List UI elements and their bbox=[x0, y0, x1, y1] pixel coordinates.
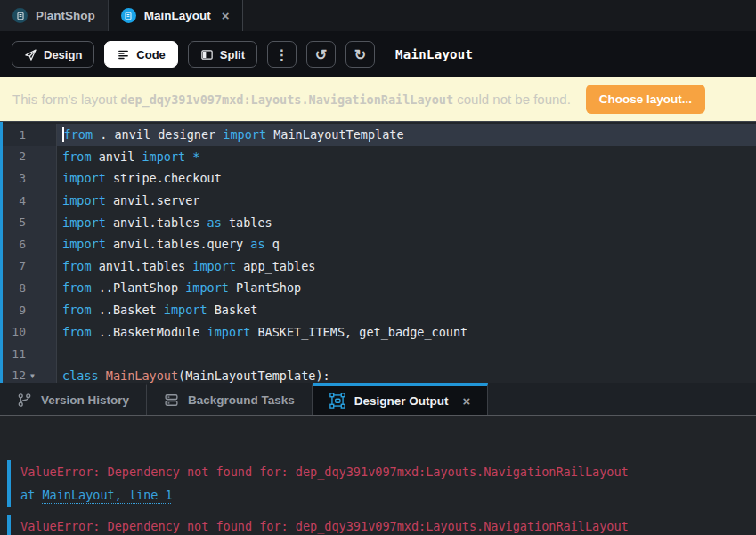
line-number[interactable]: 6 bbox=[0, 233, 57, 255]
line-number[interactable]: 4 bbox=[0, 190, 57, 212]
line-number-text: 8 bbox=[19, 281, 26, 295]
line-number-text: 5 bbox=[19, 215, 26, 229]
code-line-text[interactable] bbox=[57, 343, 756, 365]
designer-output-panel: ValueError: Dependency not found for: de… bbox=[0, 416, 756, 535]
tab-version-history[interactable]: Version History bbox=[0, 383, 147, 415]
line-number[interactable]: 1 bbox=[0, 124, 57, 146]
line-number[interactable]: 12▼ bbox=[0, 365, 57, 383]
code-line-text[interactable]: from ..BasketModule import BASKET_ITEMS,… bbox=[57, 320, 756, 343]
line-number-text: 11 bbox=[12, 347, 26, 361]
current-form-name: MainLayout bbox=[395, 47, 473, 61]
code-token: from bbox=[62, 259, 92, 273]
code-line[interactable]: 1from ._anvil_designer import MainLayout… bbox=[0, 124, 756, 146]
code-line[interactable]: 8from ..PlantShop import PlantShop bbox=[0, 277, 756, 299]
line-number[interactable]: 10 bbox=[0, 320, 57, 343]
tab-label: Designer Output bbox=[354, 394, 449, 408]
form-icon bbox=[121, 8, 136, 23]
code-line[interactable]: 12▼class MainLayout(MainLayoutTemplate): bbox=[0, 365, 756, 383]
code-line[interactable]: 4import anvil.server bbox=[0, 190, 756, 212]
code-line[interactable]: 3import stripe.checkout bbox=[0, 167, 756, 190]
split-button[interactable]: Split bbox=[188, 41, 257, 68]
code-line[interactable]: 9from ..Basket import Basket bbox=[0, 299, 756, 321]
undo-button[interactable]: ↺ bbox=[306, 41, 336, 68]
code-token: anvil.tables bbox=[92, 259, 193, 273]
line-number[interactable]: 5 bbox=[0, 211, 57, 233]
line-number[interactable]: 8 bbox=[0, 277, 57, 299]
code-token: from bbox=[62, 303, 92, 317]
code-token: app_tables bbox=[236, 259, 315, 273]
code-lines-icon bbox=[117, 48, 130, 61]
code-line-text[interactable]: from ._anvil_designer import MainLayoutT… bbox=[57, 124, 756, 146]
code-token: from bbox=[62, 150, 92, 164]
layout-id: dep_dqy391v097mxd:Layouts.NavigationRail… bbox=[120, 93, 453, 107]
redo-button[interactable]: ↻ bbox=[345, 41, 375, 68]
error-message: ValueError: Dependency not found for: de… bbox=[20, 515, 756, 535]
code-token: import bbox=[142, 150, 185, 164]
line-number[interactable]: 9 bbox=[0, 299, 57, 321]
tab-designer-output[interactable]: Designer Output × bbox=[313, 383, 489, 415]
line-number[interactable]: 11 bbox=[0, 343, 57, 365]
code-token: from bbox=[62, 325, 92, 339]
code-line-text[interactable]: import anvil.tables.query as q bbox=[57, 233, 756, 255]
tab-label: Version History bbox=[41, 393, 129, 407]
redo-icon: ↻ bbox=[354, 46, 366, 63]
close-icon[interactable]: × bbox=[222, 8, 230, 23]
line-number-text: 3 bbox=[19, 172, 26, 185]
code-line-text[interactable]: import anvil.tables as tables bbox=[57, 211, 756, 233]
code-token: MainLayoutTemplate bbox=[266, 127, 403, 142]
line-number[interactable]: 2 bbox=[0, 146, 57, 168]
undo-icon: ↺ bbox=[315, 46, 327, 63]
choose-layout-button[interactable]: Choose layout... bbox=[586, 85, 705, 114]
code-line-text[interactable]: from ..Basket import Basket bbox=[57, 299, 756, 321]
code-editor[interactable]: 1from ._anvil_designer import MainLayout… bbox=[0, 121, 756, 383]
code-token bbox=[99, 369, 106, 383]
code-line[interactable]: 2from anvil import * bbox=[0, 146, 756, 168]
tab-mainlayout[interactable]: MainLayout × bbox=[109, 0, 243, 31]
kebab-icon: ⋮ bbox=[275, 46, 289, 63]
stack-icon bbox=[164, 393, 179, 408]
line-number[interactable]: 7 bbox=[0, 255, 57, 278]
code-token: (MainLayoutTemplate): bbox=[178, 369, 330, 383]
code-line[interactable]: 11 bbox=[0, 343, 756, 365]
code-line-text[interactable]: import anvil.server bbox=[57, 190, 756, 212]
paper-plane-icon bbox=[24, 48, 37, 61]
code-line[interactable]: 7from anvil.tables import app_tables bbox=[0, 255, 756, 278]
code-token: import bbox=[207, 325, 251, 339]
code-line-text[interactable]: from anvil.tables import app_tables bbox=[57, 255, 756, 278]
code-token: import bbox=[185, 280, 229, 295]
more-options-button[interactable]: ⋮ bbox=[267, 41, 297, 68]
selection-icon bbox=[329, 393, 345, 409]
design-button-label: Design bbox=[44, 48, 82, 61]
code-line-text[interactable]: from ..PlantShop import PlantShop bbox=[57, 277, 756, 299]
git-branch-icon bbox=[17, 393, 32, 408]
code-token: anvil.server bbox=[106, 193, 200, 207]
form-icon bbox=[12, 8, 28, 23]
code-token: as bbox=[250, 237, 264, 251]
error-block: ValueError: Dependency not found for: de… bbox=[7, 460, 756, 507]
fold-arrow-icon[interactable]: ▼ bbox=[30, 371, 35, 379]
code-line[interactable]: 6import anvil.tables.query as q bbox=[0, 233, 756, 255]
error-location-prefix: at bbox=[20, 488, 42, 502]
code-line[interactable]: 10from ..BasketModule import BASKET_ITEM… bbox=[0, 320, 756, 343]
anvil-editor-window: PlantShop MainLayout × Design Code bbox=[0, 0, 756, 535]
top-tab-bar: PlantShop MainLayout × bbox=[0, 0, 756, 31]
code-line-text[interactable]: import stripe.checkout bbox=[57, 167, 756, 190]
close-icon[interactable]: × bbox=[463, 393, 471, 409]
code-token: BASKET_ITEMS, get_badge_count bbox=[250, 325, 467, 339]
code-token: class bbox=[62, 369, 99, 383]
line-number[interactable]: 3 bbox=[0, 167, 57, 190]
tab-background-tasks[interactable]: Background Tasks bbox=[147, 383, 313, 415]
code-button[interactable]: Code bbox=[104, 41, 178, 68]
editor-accent-strip bbox=[0, 122, 3, 383]
code-line-text[interactable]: from anvil import * bbox=[57, 146, 756, 168]
code-token: from bbox=[62, 280, 92, 295]
code-token: import bbox=[62, 171, 106, 185]
code-token: import bbox=[223, 127, 266, 142]
code-line-text[interactable]: class MainLayout(MainLayoutTemplate): bbox=[57, 365, 756, 383]
line-number-text: 9 bbox=[19, 304, 26, 317]
code-line[interactable]: 5import anvil.tables as tables bbox=[0, 211, 756, 233]
tab-plantshop[interactable]: PlantShop bbox=[0, 0, 109, 31]
error-location-link[interactable]: MainLayout, line 1 bbox=[42, 488, 172, 502]
design-button[interactable]: Design bbox=[12, 41, 94, 68]
code-token: anvil.tables bbox=[106, 215, 207, 230]
